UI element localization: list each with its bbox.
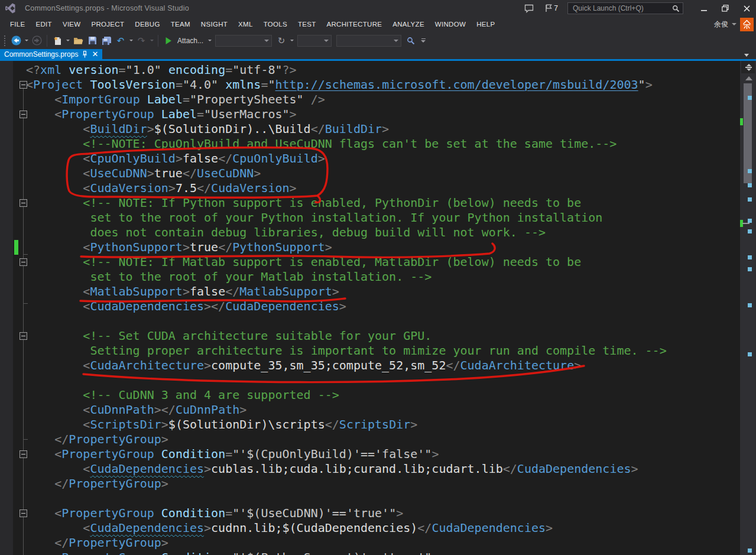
menu-item-architecture[interactable]: ARCHITECTURE: [322, 17, 388, 32]
refresh-dropdown[interactable]: [289, 34, 294, 47]
code-line[interactable]: [0, 314, 741, 329]
menu-item-nsight[interactable]: NSIGHT: [196, 17, 233, 32]
code-line[interactable]: set to the root of your Python installat…: [0, 210, 741, 225]
visual-studio-window: CommonSettings.props - Microsoft Visual …: [0, 0, 756, 555]
code-line[interactable]: <ScriptsDir>$(SolutionDir)\scripts</Scri…: [0, 417, 741, 432]
code-line[interactable]: <CudaDependencies></CudaDependencies>: [0, 299, 741, 314]
code-line[interactable]: </PropertyGroup>: [0, 535, 741, 550]
code-line[interactable]: <CudaArchitecture>compute_35,sm_35;compu…: [0, 358, 741, 373]
code-line[interactable]: <CudaDependencies>cudnn.lib;$(CudaDepend…: [0, 521, 741, 535]
attach-dropdown[interactable]: [207, 34, 212, 47]
code-line[interactable]: [0, 491, 741, 506]
toolbar-grip[interactable]: [4, 35, 7, 47]
code-line[interactable]: <Project ToolsVersion="4.0" xmlns="http:…: [0, 77, 741, 92]
code-line[interactable]: <!-- Set CUDA architecture suitable for …: [0, 329, 741, 343]
menu-item-help[interactable]: HELP: [471, 17, 500, 32]
menu-item-edit[interactable]: EDIT: [31, 17, 57, 32]
redo-icon: ↷: [138, 35, 145, 46]
menu-item-team[interactable]: TEAM: [166, 17, 196, 32]
menu-item-view[interactable]: VIEW: [57, 17, 86, 32]
avatar-glyph-icon: [741, 19, 752, 30]
scrollbar-mark-green: [740, 118, 743, 125]
platform-combobox[interactable]: [297, 35, 332, 47]
code-line[interactable]: </PropertyGroup>: [0, 476, 741, 491]
solution-configurations-combobox[interactable]: [215, 35, 272, 47]
redo-dropdown[interactable]: [149, 34, 154, 47]
minimize-button[interactable]: [697, 3, 710, 14]
code-line[interactable]: <MatlabSupport>false</MatlabSupport>: [0, 284, 741, 299]
tab-list-dropdown-icon[interactable]: [744, 54, 749, 57]
notifications-button[interactable]: 7: [545, 4, 558, 12]
menu-item-file[interactable]: FILE: [5, 17, 31, 32]
menu-item-project[interactable]: PROJECT: [86, 17, 130, 32]
navigate-forward-button[interactable]: [30, 34, 43, 47]
code-line[interactable]: Setting proper architecture is important…: [0, 343, 741, 358]
menu-item-test[interactable]: TEST: [293, 17, 322, 32]
menu-item-analyze[interactable]: ANALYZE: [387, 17, 430, 32]
scrollbar-up-arrow[interactable]: [745, 76, 752, 80]
code-line[interactable]: <!-- CuDNN 3 and 4 are supported -->: [0, 388, 741, 403]
feedback-button[interactable]: [521, 2, 537, 14]
quick-launch-placeholder: Quick Launch (Ctrl+Q): [573, 4, 672, 12]
find-in-files-button[interactable]: [404, 34, 417, 47]
save-all-button[interactable]: [100, 34, 113, 47]
scrollbar-mark-blue: [748, 96, 752, 100]
code-line[interactable]: does not contain debug libraries, debug …: [0, 225, 741, 240]
code-line[interactable]: <PropertyGroup Condition="'$(CpuOnlyBuil…: [0, 447, 741, 462]
code-editor[interactable]: <?xml version="1.0" encoding="utf-8"?><P…: [0, 61, 756, 555]
minimize-icon: [701, 5, 708, 12]
code-line[interactable]: <CudaVersion>7.5</CudaVersion>: [0, 181, 741, 196]
menu-item-tools[interactable]: TOOLS: [258, 17, 293, 32]
new-file-button[interactable]: [51, 34, 64, 47]
refresh-button[interactable]: ↻: [275, 34, 288, 47]
navigate-back-dropdown[interactable]: [24, 34, 29, 47]
tab-commonsettings-props[interactable]: CommonSettings.props ✕: [0, 49, 102, 59]
tab-close-icon[interactable]: ✕: [92, 51, 98, 58]
back-arrow-icon: [11, 35, 21, 46]
code-line[interactable]: <?xml version="1.0" encoding="utf-8"?>: [0, 63, 741, 77]
code-line[interactable]: <BuildDir>$(SolutionDir)..\Build</BuildD…: [0, 122, 741, 137]
redo-button[interactable]: ↷: [135, 34, 148, 47]
code-line[interactable]: <ImportGroup Label="PropertySheets" />: [0, 92, 741, 107]
undo-button[interactable]: ↶: [114, 34, 127, 47]
new-file-dropdown[interactable]: [65, 34, 70, 47]
save-all-icon: [102, 36, 112, 46]
scrollbar-caret-mark: [742, 223, 749, 224]
code-line[interactable]: <!-- NOTE: If Matlab support is enabled,…: [0, 255, 741, 270]
toolbar-overflow-button[interactable]: [421, 38, 426, 43]
menu-item-window[interactable]: WINDOW: [430, 17, 471, 32]
code-line[interactable]: <PythonSupport>true</PythonSupport>: [0, 240, 741, 255]
menu-item-debug[interactable]: DEBUG: [129, 17, 165, 32]
code-line[interactable]: <PropertyGroup Condition="'$(PythonSuppo…: [0, 550, 741, 555]
undo-dropdown[interactable]: [128, 34, 134, 47]
code-line[interactable]: [0, 373, 741, 388]
vertical-scrollbar[interactable]: [740, 61, 755, 555]
open-file-button[interactable]: [72, 34, 85, 47]
code-line[interactable]: <CudaDependencies>cublas.lib;cuda.lib;cu…: [0, 462, 741, 476]
code-line[interactable]: <UseCuDNN>true</UseCuDNN>: [0, 166, 741, 181]
avatar[interactable]: [740, 18, 754, 31]
find-combobox[interactable]: [336, 35, 401, 47]
code-line[interactable]: <CpuOnlyBuild>false</CpuOnlyBuild>: [0, 151, 741, 166]
menu-item-xml[interactable]: XML: [233, 17, 258, 32]
scrollbar-mark-blue: [748, 183, 752, 187]
code-line[interactable]: <PropertyGroup Condition="'$(UseCuDNN)'=…: [0, 506, 741, 521]
code-line[interactable]: <!--NOTE: CpuOnlyBuild and UseCuDNN flag…: [0, 137, 741, 151]
code-lines: <?xml version="1.0" encoding="utf-8"?><P…: [0, 63, 741, 555]
restore-button[interactable]: [719, 3, 732, 14]
attach-label[interactable]: Attach...: [177, 37, 203, 45]
code-line[interactable]: <PropertyGroup Label="UserMacros">: [0, 107, 741, 122]
close-button[interactable]: [740, 3, 753, 14]
split-editor-handle[interactable]: [741, 61, 756, 73]
code-line[interactable]: <!-- NOTE: If Python support is enabled,…: [0, 196, 741, 210]
code-line[interactable]: </PropertyGroup>: [0, 432, 741, 447]
notification-count: 7: [554, 4, 558, 12]
quick-launch-input[interactable]: Quick Launch (Ctrl+Q): [567, 2, 683, 14]
account-widget[interactable]: 余俊: [714, 18, 756, 31]
attach-button[interactable]: [162, 34, 175, 47]
code-line[interactable]: <CuDnnPath></CuDnnPath>: [0, 403, 741, 417]
code-line[interactable]: set to the root of your Matlab installat…: [0, 270, 741, 284]
navigate-back-button[interactable]: [9, 34, 22, 47]
save-button[interactable]: [86, 34, 99, 47]
pin-icon[interactable]: [82, 51, 87, 58]
